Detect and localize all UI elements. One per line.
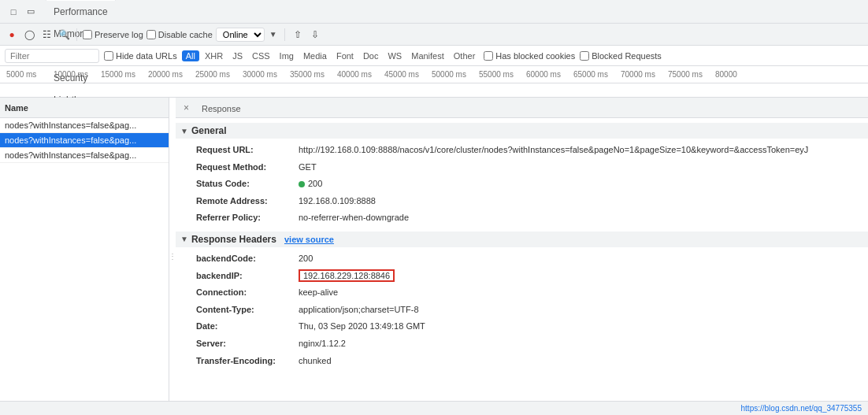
detail-tab-response[interactable]: Response xyxy=(194,101,250,117)
has-blocked-cookies-checkbox[interactable] xyxy=(484,51,493,61)
filter-type-manifest[interactable]: Manifest xyxy=(407,50,448,61)
general-section-title: General xyxy=(191,125,227,136)
view-source-link[interactable]: view source xyxy=(284,235,334,244)
hide-data-urls-checkbox[interactable] xyxy=(104,51,113,61)
disable-cache-label[interactable]: Disable cache xyxy=(147,30,213,39)
request-item[interactable]: nodes?withInstances=false&pag... xyxy=(0,118,169,133)
blocked-requests-label[interactable]: Blocked Requests xyxy=(580,51,662,61)
timeline-tick: 50000 ms xyxy=(430,70,477,79)
field-value: http://192.168.0.109:8888/nacos/v1/core/… xyxy=(299,143,808,157)
filter-type-media[interactable]: Media xyxy=(299,50,331,61)
sep2 xyxy=(284,28,285,41)
field-label: backendIP: xyxy=(196,269,299,283)
timeline-tick: 65000 ms xyxy=(572,70,619,79)
blocked-requests-text: Blocked Requests xyxy=(592,51,662,61)
general-field-row: Remote Address:192.168.0.109:8888 xyxy=(184,193,860,210)
field-label: Transfer-Encoding: xyxy=(196,354,299,369)
field-value: 192.168.229.128:8846 xyxy=(299,269,395,283)
device-icon[interactable]: ▭ xyxy=(24,5,38,19)
field-value: 200 xyxy=(299,177,322,191)
sep1 xyxy=(76,28,77,41)
response-header-field-row: Date:Thu, 03 Sep 2020 13:49:18 GMT xyxy=(184,318,860,335)
filter-type-xhr[interactable]: XHR xyxy=(201,50,227,61)
devtools-icons: □ ▭ xyxy=(6,5,38,19)
record-button[interactable]: ● xyxy=(5,28,19,42)
status-dot-icon xyxy=(299,181,305,187)
filter-bar: Hide data URLs AllXHRJSCSSImgMediaFontDo… xyxy=(0,46,868,66)
response-header-field-row: Server:nginx/1.12.2 xyxy=(184,335,860,353)
general-field-row: Referrer Policy:no-referrer-when-downgra… xyxy=(184,209,860,227)
field-label: Request Method: xyxy=(196,161,299,175)
filter-type-other[interactable]: Other xyxy=(450,50,480,61)
filter-type-all[interactable]: All xyxy=(182,50,199,61)
filter-type-font[interactable]: Font xyxy=(332,50,358,61)
field-value: 192.168.0.109:8888 xyxy=(299,195,376,209)
name-column-header: Name xyxy=(5,103,28,113)
filter-type-img[interactable]: Img xyxy=(276,50,298,61)
general-field-row: Status Code:200 xyxy=(184,176,860,193)
field-label: Status Code: xyxy=(196,177,299,191)
has-blocked-cookies-label[interactable]: Has blocked cookies xyxy=(484,51,575,61)
field-value: GET xyxy=(299,161,317,175)
timeline-bar: 5000 ms10000 ms15000 ms20000 ms25000 ms3… xyxy=(0,66,868,83)
timeline-tick: 55000 ms xyxy=(477,70,525,79)
hide-data-urls-text: Hide data URLs xyxy=(116,51,177,61)
field-value: chunked xyxy=(299,354,332,369)
field-label: Date: xyxy=(196,320,299,334)
timeline-tick: 20000 ms xyxy=(147,70,194,79)
close-detail-button[interactable]: × xyxy=(179,102,194,113)
import-icon[interactable]: ⇧ xyxy=(291,28,305,42)
general-section-header[interactable]: ▼ General xyxy=(176,123,868,139)
waterfall-area xyxy=(0,83,868,98)
field-label: Content-Type: xyxy=(196,303,299,317)
field-label: Connection: xyxy=(196,286,299,300)
field-label: backendCode: xyxy=(196,252,299,266)
disable-cache-checkbox[interactable] xyxy=(147,30,156,39)
timeline-tick: 40000 ms xyxy=(336,70,383,79)
general-fields: Request URL:http://192.168.0.109:8888/na… xyxy=(184,142,860,227)
status-bar-url: https://blog.csdn.net/qq_34775355 xyxy=(741,404,862,413)
response-header-field-row: Content-Type:application/json;charset=UT… xyxy=(184,302,860,319)
response-header-fields: backendCode:200backendIP:192.168.229.128… xyxy=(184,250,860,369)
tab-performance[interactable]: Performance xyxy=(46,1,116,23)
filter-type-doc[interactable]: Doc xyxy=(359,50,383,61)
timeline-tick: 15000 ms xyxy=(99,70,147,79)
detail-tabs: × HeadersPreviewResponseInitiatorTiming xyxy=(176,98,868,118)
preserve-log-text: Preserve log xyxy=(95,30,143,39)
detail-panel: × HeadersPreviewResponseInitiatorTiming … xyxy=(176,98,868,415)
drag-handle[interactable]: ⋮ xyxy=(169,98,176,415)
filter-input[interactable] xyxy=(5,49,99,63)
request-list-header: Name xyxy=(0,98,169,118)
filter-type-js[interactable]: JS xyxy=(228,50,247,61)
throttle-arrow[interactable]: ▼ xyxy=(268,30,279,39)
search-icon[interactable]: 🔍 xyxy=(57,28,71,42)
request-list: nodes?withInstances=false&pag...nodes?wi… xyxy=(0,118,169,415)
response-headers-section-header[interactable]: ▼ Response Headers view source xyxy=(176,232,868,247)
hide-data-urls-label[interactable]: Hide data URLs xyxy=(104,51,177,61)
main-content: Name nodes?withInstances=false&pag...nod… xyxy=(0,98,868,415)
network-toolbar: ● ◯ ☷ 🔍 Preserve log Disable cache Onlin… xyxy=(0,24,868,46)
filter-type-ws[interactable]: WS xyxy=(384,50,406,61)
field-label: Referrer Policy: xyxy=(196,211,299,225)
preserve-log-checkbox[interactable] xyxy=(83,30,92,39)
timeline-tick: 30000 ms xyxy=(241,70,288,79)
response-header-field-row: Transfer-Encoding:chunked xyxy=(184,353,860,370)
throttle-select[interactable]: Online xyxy=(216,28,265,42)
timeline-tick: 5000 ms xyxy=(5,70,52,79)
request-item[interactable]: nodes?withInstances=false&pag... xyxy=(0,133,169,148)
export-icon[interactable]: ⇩ xyxy=(308,28,322,42)
filter-type-css[interactable]: CSS xyxy=(248,50,274,61)
filter-icon[interactable]: ☷ xyxy=(39,28,54,42)
timeline-tick: 70000 ms xyxy=(619,70,666,79)
stop-button[interactable]: ◯ xyxy=(22,28,36,42)
general-field-row: Request Method:GET xyxy=(184,159,860,176)
response-header-field-row: Connection:keep-alive xyxy=(184,284,860,302)
field-value: nginx/1.12.2 xyxy=(299,337,346,351)
blocked-requests-checkbox[interactable] xyxy=(580,51,589,61)
field-value: keep-alive xyxy=(299,286,338,300)
field-label: Request URL: xyxy=(196,143,299,157)
request-item[interactable]: nodes?withInstances=false&pag... xyxy=(0,148,169,163)
field-label: Server: xyxy=(196,337,299,351)
inspect-icon[interactable]: □ xyxy=(6,5,20,19)
preserve-log-label[interactable]: Preserve log xyxy=(83,30,143,39)
